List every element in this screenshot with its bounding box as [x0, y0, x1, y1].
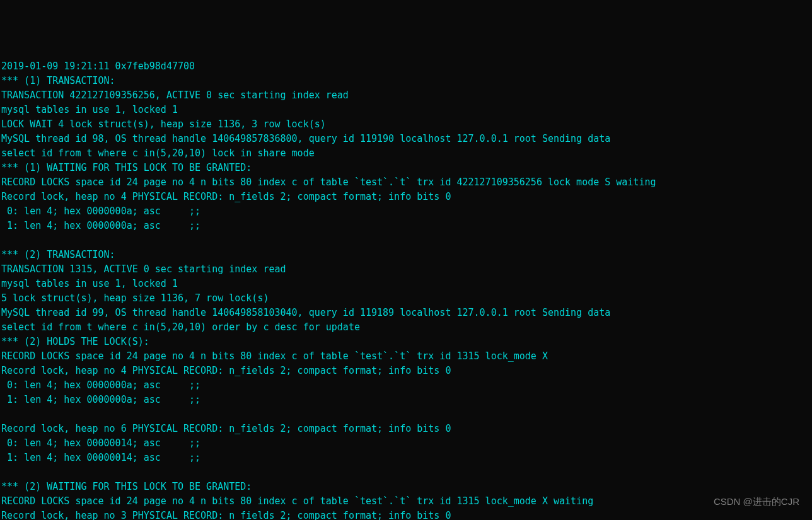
terminal-line: *** (2) WAITING FOR THIS LOCK TO BE GRAN… — [1, 480, 811, 494]
terminal-line — [1, 233, 811, 248]
terminal-line: Record lock, heap no 4 PHYSICAL RECORD: … — [1, 190, 811, 204]
terminal-line: 1: len 4; hex 0000000a; asc ;; — [1, 219, 811, 233]
terminal-line: TRANSACTION 422127109356256, ACTIVE 0 se… — [1, 88, 811, 103]
terminal-line — [1, 407, 811, 422]
terminal-line: *** (2) HOLDS THE LOCK(S): — [1, 335, 811, 349]
terminal-line: RECORD LOCKS space id 24 page no 4 n bit… — [1, 175, 811, 190]
terminal-output: 2019-01-09 19:21:11 0x7feb98d47700*** (1… — [1, 59, 811, 520]
terminal-line: *** (1) WAITING FOR THIS LOCK TO BE GRAN… — [1, 161, 811, 175]
terminal-line: RECORD LOCKS space id 24 page no 4 n bit… — [1, 349, 811, 364]
terminal-line — [1, 465, 811, 480]
watermark-label: CSDN @进击的CJR — [714, 494, 799, 509]
terminal-line: 0: len 4; hex 0000000a; asc ;; — [1, 378, 811, 393]
terminal-line: MySQL thread id 99, OS thread handle 140… — [1, 306, 811, 320]
terminal-line: mysql tables in use 1, locked 1 — [1, 277, 811, 291]
terminal-line: 1: len 4; hex 00000014; asc ;; — [1, 451, 811, 465]
terminal-line: select id from t where c in(5,20,10) ord… — [1, 320, 811, 335]
terminal-line: select id from t where c in(5,20,10) loc… — [1, 146, 811, 161]
terminal-line: MySQL thread id 98, OS thread handle 140… — [1, 132, 811, 146]
terminal-line: 0: len 4; hex 00000014; asc ;; — [1, 436, 811, 451]
terminal-line: 5 lock struct(s), heap size 1136, 7 row … — [1, 291, 811, 306]
terminal-line: Record lock, heap no 4 PHYSICAL RECORD: … — [1, 364, 811, 378]
terminal-line: LOCK WAIT 4 lock struct(s), heap size 11… — [1, 117, 811, 132]
terminal-line: Record lock, heap no 6 PHYSICAL RECORD: … — [1, 422, 811, 436]
terminal-line: 1: len 4; hex 0000000a; asc ;; — [1, 393, 811, 407]
terminal-line: Record lock, heap no 3 PHYSICAL RECORD: … — [1, 509, 811, 520]
terminal-line: *** (2) TRANSACTION: — [1, 248, 811, 262]
terminal-line: *** (1) TRANSACTION: — [1, 74, 811, 88]
terminal-line: 2019-01-09 19:21:11 0x7feb98d47700 — [1, 59, 811, 74]
terminal-line: 0: len 4; hex 0000000a; asc ;; — [1, 204, 811, 219]
terminal-line: RECORD LOCKS space id 24 page no 4 n bit… — [1, 494, 811, 509]
terminal-line: TRANSACTION 1315, ACTIVE 0 sec starting … — [1, 262, 811, 277]
terminal-line: mysql tables in use 1, locked 1 — [1, 103, 811, 117]
